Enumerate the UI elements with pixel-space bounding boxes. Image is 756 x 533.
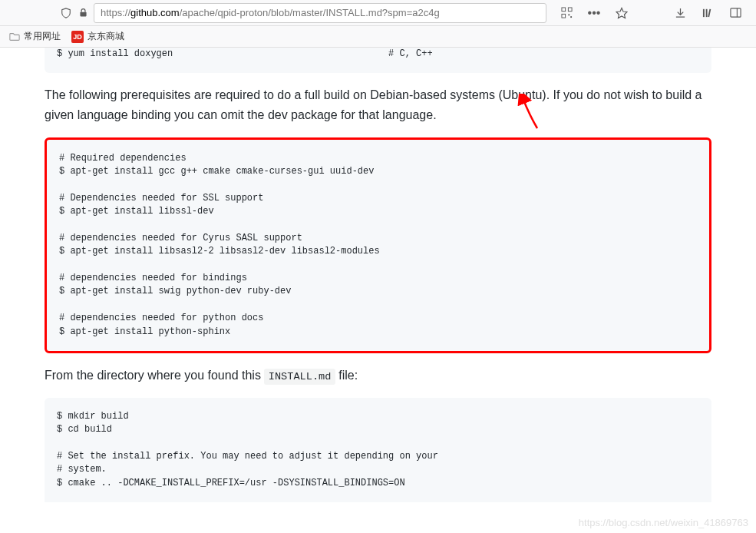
svg-rect-8 [708, 9, 711, 17]
code-block-yum: $ yum install doxygen # C, C++ [45, 48, 711, 73]
svg-rect-2 [568, 8, 572, 12]
svg-rect-6 [702, 9, 704, 17]
browser-address-bar: https://github.com/apache/qpid-proton/bl… [0, 0, 756, 26]
download-icon[interactable] [673, 6, 687, 20]
folder-icon [9, 31, 20, 42]
jd-icon: JD [71, 31, 84, 43]
star-icon[interactable] [615, 6, 629, 20]
url-input[interactable]: https://github.com/apache/qpid-proton/bl… [94, 3, 546, 23]
bookmark-jd[interactable]: JD 京东商城 [71, 30, 124, 43]
svg-rect-7 [705, 9, 707, 17]
bookmark-label: 京东商城 [87, 30, 124, 43]
svg-rect-5 [570, 16, 572, 18]
svg-rect-4 [568, 14, 569, 15]
csdn-watermark: https://blog.csdn.net/weixin_41869763 [579, 517, 748, 528]
sidebar-icon[interactable] [728, 6, 742, 20]
svg-rect-1 [561, 8, 565, 12]
lock-icon[interactable] [77, 7, 89, 19]
library-icon[interactable] [701, 6, 715, 20]
bookmarks-toolbar: 常用网址 JD 京东商城 [0, 26, 756, 48]
shield-icon[interactable] [60, 7, 72, 19]
url-protocol: https:// [101, 7, 130, 18]
security-icons-group [60, 7, 89, 19]
svg-rect-0 [80, 12, 86, 17]
url-domain: github.com [130, 7, 180, 18]
url-path: /apache/qpid-proton/blob/master/INSTALL.… [180, 7, 440, 18]
bookmark-common-sites[interactable]: 常用网址 [9, 30, 61, 43]
code-block-cmake: $ mkdir build $ cd build # Set the insta… [45, 398, 711, 502]
browser-action-icons: ••• [560, 6, 742, 20]
paragraph-text-before: From the directory where you found this [45, 369, 264, 382]
svg-rect-3 [561, 14, 565, 18]
page-content: $ yum install doxygen # C, C++ The follo… [0, 48, 756, 502]
prerequisites-paragraph: The following prerequisites are required… [45, 85, 711, 124]
more-icon[interactable]: ••• [587, 6, 601, 20]
inline-code-installmd: INSTALL.md [264, 369, 335, 384]
bookmark-label: 常用网址 [24, 30, 61, 43]
install-directory-paragraph: From the directory where you found this … [45, 366, 711, 386]
code-block-apt-highlighted: # Required dependencies $ apt-get instal… [45, 137, 711, 353]
paragraph-text-after: file: [335, 369, 358, 382]
qr-icon[interactable] [560, 6, 573, 20]
svg-rect-9 [730, 8, 740, 17]
